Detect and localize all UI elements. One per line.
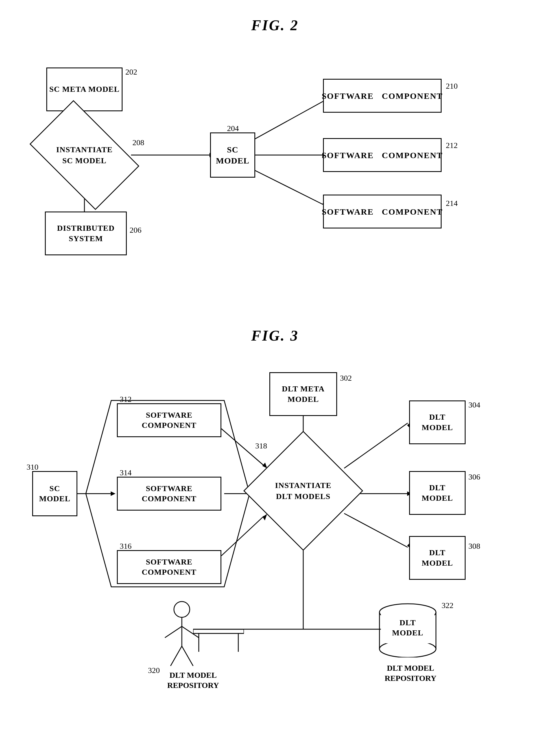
- dlt-model-308-box: DLTMODEL: [409, 536, 466, 580]
- instantiate-sc-ref: 208: [132, 138, 144, 147]
- fig2-title: FIG. 2: [23, 17, 527, 34]
- svg-line-36: [171, 646, 182, 666]
- fig3-title: FIG. 3: [23, 327, 527, 344]
- dlt-model-repo-left-ref: 320: [148, 666, 160, 675]
- sc-model-ref: 204: [227, 124, 239, 133]
- fig2-diagram: SC META MODEL 202 INSTANTIATESC MODEL 20…: [24, 45, 526, 299]
- dlt-model-306-box: DLTMODEL: [409, 471, 466, 515]
- sw-comp-316-ref: 316: [120, 542, 132, 551]
- svg-line-37: [182, 646, 193, 666]
- distributed-system-box: DISTRIBUTED SYSTEM: [45, 212, 127, 255]
- svg-line-22: [344, 423, 408, 468]
- sc-model-fig3-box: SCMODEL: [32, 471, 77, 516]
- sw-comp-210-ref: 210: [446, 82, 458, 91]
- dlt-model-304-box: DLTMODEL: [409, 400, 466, 444]
- instantiate-sc-label: INSTANTIATESC MODEL: [56, 144, 113, 166]
- distributed-system-ref: 206: [130, 226, 141, 235]
- sw-comp-314-ref: 314: [120, 468, 132, 477]
- svg-line-26: [344, 513, 408, 547]
- dlt-model-304-ref: 304: [468, 400, 480, 409]
- sc-meta-model-box: SC META MODEL: [46, 67, 123, 111]
- dlt-model-322-box: DLTMODEL: [381, 612, 435, 643]
- dlt-model-repo-right-label: DLT MODELREPOSITORY: [371, 663, 450, 684]
- instantiate-dlt-diamond: INSTANTIATEDLT MODELS: [261, 448, 346, 533]
- svg-line-18: [221, 516, 264, 556]
- dlt-model-322-ref: 322: [442, 601, 453, 610]
- dlt-model-306-ref: 306: [468, 472, 480, 482]
- software-component-214: SOFTWARE COMPONENT: [323, 195, 442, 228]
- svg-marker-13: [111, 491, 115, 496]
- instantiate-dlt-label: INSTANTIATEDLT MODELS: [275, 480, 331, 502]
- svg-point-32: [174, 602, 190, 617]
- software-component-210: SOFTWARE COMPONENT: [323, 79, 442, 113]
- page: FIG. 2 SC META MODEL: [0, 0, 550, 756]
- sc-meta-model-ref: 202: [125, 67, 137, 77]
- software-component-212: SOFTWARE COMPONENT: [323, 138, 442, 172]
- svg-line-34: [165, 626, 182, 638]
- instantiate-dlt-ref: 318: [255, 441, 267, 450]
- sw-comp-314-box: SOFTWARE COMPONENT: [117, 477, 221, 511]
- dlt-model-repo-left-label: DLT MODELREPOSITORY: [151, 670, 235, 691]
- sc-model-fig3-ref: 310: [27, 463, 38, 472]
- sw-comp-312-ref: 312: [120, 395, 132, 404]
- sw-comp-316-box: SOFTWARE COMPONENT: [117, 550, 221, 584]
- sc-model-box: SC MODEL: [210, 132, 255, 178]
- dlt-meta-model-ref: 302: [340, 374, 352, 383]
- sw-comp-212-ref: 212: [446, 141, 458, 150]
- sw-comp-312-box: SOFTWARE COMPONENT: [117, 403, 221, 437]
- fig3-diagram: SCMODEL 310 SOFTWARE COMPONENT 312 SOFTW…: [24, 355, 526, 751]
- sw-comp-214-ref: 214: [446, 199, 458, 208]
- instantiate-sc-diamond: INSTANTIATESC MODEL: [38, 124, 131, 186]
- dlt-meta-model-box: DLT METAMODEL: [269, 372, 337, 416]
- dlt-model-308-ref: 308: [468, 542, 480, 551]
- svg-rect-38: [193, 629, 244, 633]
- desk-figure: [193, 629, 244, 652]
